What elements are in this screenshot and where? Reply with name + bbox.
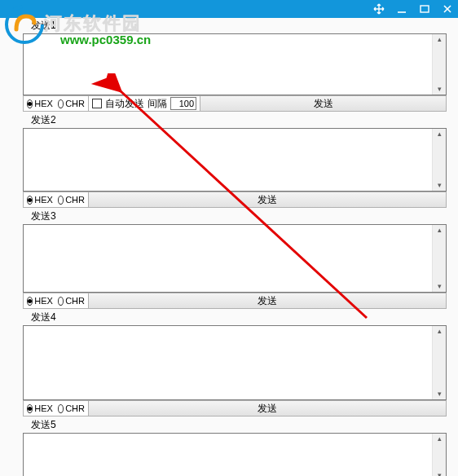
interval-input[interactable]	[170, 97, 196, 110]
scrollbar[interactable]: ▴ ▾	[432, 34, 446, 95]
chr-radio[interactable]	[58, 297, 64, 306]
maximize-icon[interactable]	[419, 3, 430, 15]
chr-label: CHR	[65, 195, 85, 205]
send-textbox-3[interactable]: ▴ ▾	[23, 224, 447, 293]
control-row-1: HEX CHR 自动发送 间隔 发送	[23, 95, 447, 112]
hex-radio[interactable]	[27, 297, 33, 306]
content-area: 发送1 ▴ ▾ HEX CHR 自动发送 间隔 发送	[0, 18, 458, 476]
send-button-4[interactable]: 发送	[89, 401, 446, 416]
scroll-down-icon[interactable]: ▾	[438, 283, 442, 290]
send-button-2[interactable]: 发送	[89, 192, 446, 207]
section-label: 发送5	[23, 417, 456, 433]
scrollbar[interactable]: ▴ ▾	[432, 326, 446, 399]
chr-radio[interactable]	[58, 99, 64, 108]
auto-send-label: 自动发送	[105, 97, 144, 111]
send-section-1: 发送1 ▴ ▾ HEX CHR 自动发送 间隔 发送	[23, 18, 456, 112]
chr-radio[interactable]	[58, 196, 64, 205]
send-section-4: 发送4 ▴ ▾ HEX CHR 发送	[23, 310, 456, 416]
scroll-down-icon[interactable]: ▾	[438, 390, 442, 398]
minimize-icon[interactable]	[396, 3, 407, 15]
scroll-up-icon[interactable]: ▴	[438, 328, 442, 335]
chr-label: CHR	[65, 99, 85, 108]
hex-radio[interactable]	[27, 99, 33, 108]
send-section-2: 发送2 ▴ ▾ HEX CHR 发送	[23, 112, 456, 208]
send-button-3[interactable]: 发送	[89, 293, 446, 308]
send-textbox-4[interactable]: ▴ ▾	[23, 325, 447, 400]
send-textbox-5[interactable]: ▴ ▾	[23, 433, 447, 476]
hex-radio[interactable]	[27, 404, 33, 413]
scrollbar[interactable]: ▴ ▾	[432, 434, 446, 476]
scroll-up-icon[interactable]: ▴	[438, 36, 442, 43]
control-row-2: HEX CHR 发送	[23, 192, 447, 208]
section-label: 发送2	[23, 112, 456, 128]
titlebar	[0, 0, 458, 18]
auto-send-checkbox[interactable]	[92, 99, 102, 108]
hex-label: HEX	[34, 403, 53, 413]
send-textbox-2[interactable]: ▴ ▾	[23, 128, 447, 192]
send-section-5: 发送5 ▴ ▾	[23, 417, 456, 476]
send-section-3: 发送3 ▴ ▾ HEX CHR 发送	[23, 209, 456, 309]
interval-label: 间隔	[148, 97, 167, 111]
move-icon[interactable]	[373, 3, 385, 15]
chr-label: CHR	[65, 403, 85, 413]
scroll-up-icon[interactable]: ▴	[438, 130, 442, 138]
svg-rect-1	[421, 6, 429, 12]
chr-label: CHR	[65, 296, 85, 306]
hex-label: HEX	[34, 296, 53, 306]
control-row-4: HEX CHR 发送	[23, 400, 447, 416]
scroll-up-icon[interactable]: ▴	[438, 227, 442, 234]
section-label: 发送4	[23, 310, 456, 325]
close-icon[interactable]	[442, 3, 453, 15]
control-row-3: HEX CHR 发送	[23, 293, 447, 309]
hex-label: HEX	[34, 195, 53, 205]
chr-radio[interactable]	[58, 404, 64, 413]
hex-radio[interactable]	[27, 196, 33, 205]
section-label: 发送1	[23, 18, 456, 33]
scroll-down-icon[interactable]: ▾	[438, 86, 442, 93]
send-textbox-1[interactable]: ▴ ▾	[23, 33, 447, 95]
scroll-down-icon[interactable]: ▾	[438, 472, 442, 476]
scroll-up-icon[interactable]: ▴	[438, 435, 442, 443]
send-button-1[interactable]: 发送	[200, 96, 446, 111]
hex-label: HEX	[34, 99, 53, 108]
scrollbar[interactable]: ▴ ▾	[432, 225, 446, 292]
scroll-down-icon[interactable]: ▾	[438, 182, 442, 189]
scrollbar[interactable]: ▴ ▾	[432, 129, 446, 191]
section-label: 发送3	[23, 209, 456, 224]
